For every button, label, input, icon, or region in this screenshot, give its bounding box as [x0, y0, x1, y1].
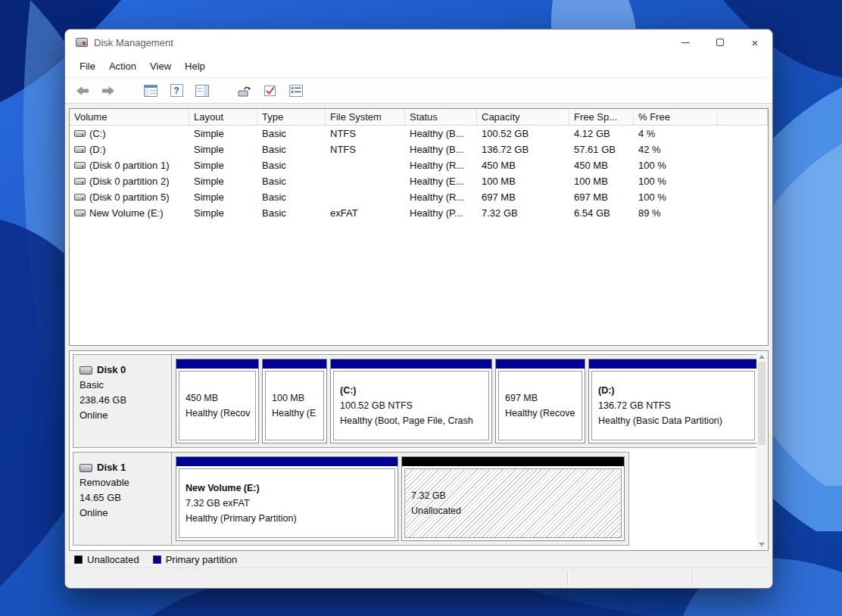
pct-free-cell: 42 % — [634, 144, 718, 155]
column-header-status[interactable]: Status — [405, 109, 477, 125]
partition-size: 450 MB — [186, 390, 249, 406]
back-icon[interactable] — [74, 82, 91, 99]
volume-row-disk0-part2[interactable]: (Disk 0 partition 2) Simple Basic Health… — [70, 173, 768, 189]
maximize-button[interactable] — [703, 30, 738, 55]
disk-kind: Removable — [80, 475, 165, 490]
partition-size: 7.32 GB exFAT — [186, 496, 388, 511]
status-cell: Healthy (B... — [405, 144, 477, 155]
status-bar-separator — [692, 571, 693, 586]
type-cell: Basic — [257, 160, 326, 171]
column-header-volume[interactable]: Volume — [70, 109, 189, 125]
partition-status: Healthy (Recov — [186, 406, 249, 421]
layout-cell: Simple — [189, 144, 257, 155]
column-header-layout[interactable]: Layout — [189, 109, 257, 125]
volume-row-c[interactable]: (C:) Simple Basic NTFS Healthy (B... 100… — [70, 126, 768, 142]
primary-partition-swatch — [153, 555, 161, 564]
column-header-pct-free[interactable]: % Free — [634, 109, 718, 125]
file-system-cell: NTFS — [326, 144, 405, 155]
volume-cell: (Disk 0 partition 5) — [70, 191, 189, 203]
check-disk-icon[interactable] — [262, 82, 279, 99]
disk-name: Disk 0 — [97, 362, 126, 378]
disk-1-label[interactable]: Disk 1 Removable 14.65 GB Online — [73, 453, 172, 545]
disk-0-label[interactable]: Disk 0 Basic 238.46 GB Online — [73, 355, 172, 447]
partition-type-band — [589, 359, 757, 369]
disk-1-partitions: New Volume (E:) 7.32 GB exFAT Healthy (P… — [172, 453, 628, 545]
disk-management-icon — [76, 38, 88, 47]
menu-view[interactable]: View — [143, 58, 178, 75]
minimize-button[interactable] — [668, 30, 703, 55]
disk-status: Online — [80, 408, 165, 423]
pct-free-cell: 89 % — [634, 207, 718, 219]
pct-free-cell: 4 % — [634, 128, 718, 139]
menu-help[interactable]: Help — [178, 58, 212, 75]
disk-kind: Basic — [80, 378, 165, 393]
rescan-disks-icon[interactable] — [236, 82, 253, 99]
properties-icon[interactable] — [288, 82, 304, 99]
partition-legend: Unallocated Primary partition — [65, 551, 772, 568]
menu-file[interactable]: File — [73, 58, 102, 75]
scrollbar-thumb[interactable] — [758, 362, 766, 445]
column-header-file-system[interactable]: File System — [326, 109, 405, 125]
unallocated-legend-label: Unallocated — [87, 554, 139, 565]
type-cell: Basic — [257, 207, 326, 219]
partition-d[interactable]: (D:) 136.72 GB NTFS Healthy (Basic Data … — [588, 359, 758, 443]
column-header-filler — [718, 109, 768, 125]
pct-free-cell: 100 % — [634, 191, 718, 203]
capacity-cell: 100 MB — [477, 176, 569, 187]
vertical-scrollbar[interactable] — [756, 352, 767, 549]
graphical-view-pane: Disk 0 Basic 238.46 GB Online 450 MB Hea… — [69, 350, 769, 551]
toolbar: ? — [65, 78, 772, 104]
partition-recovery-450mb[interactable]: 450 MB Healthy (Recov — [176, 359, 259, 443]
volume-icon — [74, 130, 86, 137]
partition-new-volume-e[interactable]: New Volume (E:) 7.32 GB exFAT Healthy (P… — [176, 456, 398, 541]
disk-size: 14.65 GB — [80, 490, 165, 506]
volume-row-disk0-part1[interactable]: (Disk 0 partition 1) Simple Basic Health… — [70, 157, 768, 173]
scroll-down-icon[interactable] — [759, 543, 765, 546]
disk-icon — [80, 366, 92, 375]
partition-size: 100 MB — [272, 390, 317, 406]
disk-status: Online — [80, 506, 165, 521]
free-space-cell: 57.61 GB — [569, 144, 634, 155]
disk-0-row: Disk 0 Basic 238.46 GB Online 450 MB Hea… — [73, 354, 763, 448]
titlebar[interactable]: Disk Management × — [65, 30, 772, 55]
volume-row-disk0-part5[interactable]: (Disk 0 partition 5) Simple Basic Health… — [70, 189, 768, 205]
partition-c[interactable]: (C:) 100.52 GB NTFS Healthy (Boot, Page … — [330, 359, 492, 443]
maximize-icon — [716, 39, 724, 46]
minimize-icon — [681, 42, 690, 43]
free-space-cell: 6.54 GB — [569, 207, 634, 219]
partition-efi-100mb[interactable]: 100 MB Healthy (E — [262, 359, 327, 443]
layout-cell: Simple — [189, 176, 257, 187]
pct-free-cell: 100 % — [634, 160, 718, 171]
close-button[interactable]: × — [738, 30, 772, 55]
status-cell: Healthy (P... — [405, 207, 477, 219]
window-title: Disk Management — [94, 37, 173, 48]
volume-row-new-volume-e[interactable]: New Volume (E:) Simple Basic exFAT Healt… — [70, 205, 768, 221]
volume-row-d[interactable]: (D:) Simple Basic NTFS Healthy (B... 136… — [70, 142, 768, 157]
column-header-type[interactable]: Type — [257, 109, 326, 125]
column-header-capacity[interactable]: Capacity — [477, 109, 569, 125]
partition-status: Healthy (Boot, Page File, Crash — [340, 413, 482, 428]
volume-list-pane: Volume Layout Type File System Status Ca… — [69, 108, 769, 346]
partition-recovery-697mb[interactable]: 697 MB Healthy (Recove — [495, 359, 585, 443]
desktop: Disk Management × File Action View Help — [0, 0, 842, 616]
free-space-cell: 450 MB — [569, 160, 634, 171]
primary-partition-legend-label: Primary partition — [166, 554, 238, 565]
partition-letter: (C:) — [340, 383, 482, 398]
type-cell: Basic — [257, 176, 326, 187]
layout-cell: Simple — [189, 128, 257, 139]
type-cell: Basic — [257, 191, 326, 203]
column-header-free-space[interactable]: Free Sp... — [569, 109, 634, 125]
menu-action[interactable]: Action — [102, 58, 143, 75]
scroll-up-icon[interactable] — [759, 355, 765, 359]
help-icon[interactable]: ? — [168, 82, 185, 99]
show-console-tree-icon[interactable] — [142, 82, 159, 99]
forward-icon[interactable] — [100, 82, 117, 99]
show-action-pane-icon[interactable] — [194, 82, 210, 99]
partition-type-band — [176, 457, 398, 466]
free-space-cell: 4.12 GB — [569, 128, 634, 139]
disk-size: 238.46 GB — [80, 393, 165, 408]
partition-unallocated[interactable]: 7.32 GB Unallocated — [401, 456, 625, 541]
client-area: Volume Layout Type File System Status Ca… — [65, 104, 772, 551]
volume-icon — [74, 146, 86, 153]
type-cell: Basic — [257, 128, 326, 139]
